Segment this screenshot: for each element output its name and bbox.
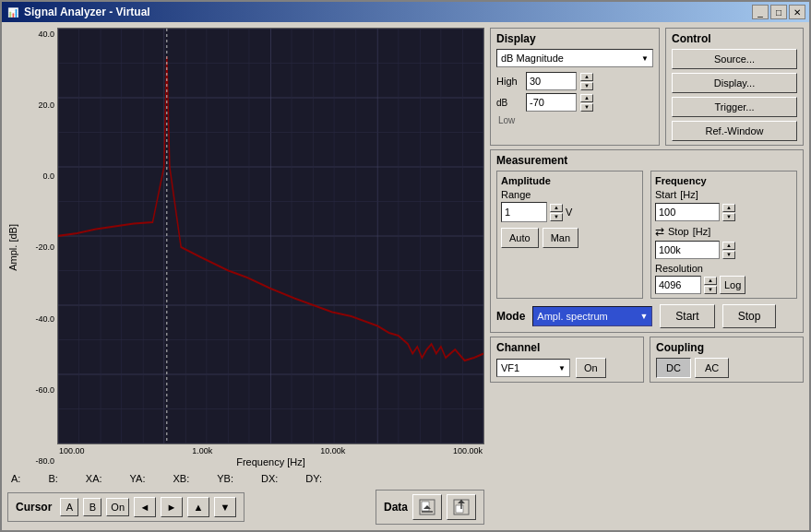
resolution-input[interactable]: [655, 276, 701, 294]
cursor-left-button[interactable]: ◄: [134, 497, 156, 517]
hz-label2: [Hz]: [693, 226, 711, 237]
control-buttons: Source... Display... Trigger... Ref.-Win…: [672, 49, 797, 141]
start-row: Start [Hz]: [655, 189, 793, 200]
low-spinner: ▲ ▼: [580, 94, 593, 112]
cursor-right-button[interactable]: ►: [161, 497, 183, 517]
range-label: Range: [501, 189, 638, 200]
y-label-2: 20.0: [38, 100, 54, 110]
low-spin-up[interactable]: ▲: [580, 94, 593, 102]
cursor-down-button[interactable]: ▼: [214, 497, 236, 517]
stop-button[interactable]: Stop: [722, 304, 777, 328]
cursor-a-button[interactable]: A: [60, 498, 78, 516]
coupling-label: Coupling: [656, 341, 797, 354]
cursor-xa: XA:: [86, 473, 102, 484]
mode-value: Ampl. spectrum: [537, 311, 607, 322]
cursor-on-button[interactable]: On: [106, 498, 129, 516]
chart-wrapper: Ampl. [dB] 40.0 20.0 0.0 -20.0 -40.0 -60…: [7, 28, 484, 467]
x-label-1: 100.00: [59, 446, 85, 455]
ac-button[interactable]: AC: [695, 358, 729, 378]
data-import-button[interactable]: [412, 494, 442, 520]
chart-plot: [57, 28, 484, 444]
start-freq-input[interactable]: [655, 203, 720, 221]
y-axis-title: Ampl. [dB]: [7, 224, 18, 271]
low-input[interactable]: [526, 93, 577, 112]
high-input[interactable]: [526, 72, 577, 90]
control-section: Control Source... Display... Trigger... …: [665, 28, 804, 146]
trigger-button[interactable]: Trigger...: [672, 97, 797, 117]
stop-row: ⇄ Stop [Hz]: [655, 225, 793, 238]
high-spin-down[interactable]: ▼: [580, 82, 593, 90]
right-panel: Display dB Magnitude ▼ High ▲: [490, 28, 804, 525]
channel-on-button[interactable]: On: [576, 358, 606, 378]
mode-dropdown[interactable]: Ampl. spectrum ▼: [532, 306, 652, 326]
display-button[interactable]: Display...: [672, 73, 797, 93]
cursor-data-row: A: B: XA: YA: XB: YB: DX: DY:: [7, 471, 484, 486]
coupling-row: DC AC: [656, 358, 797, 378]
display-section: Display dB Magnitude ▼ High ▲: [490, 28, 660, 146]
y-axis-title-container: Ampl. [dB]: [7, 28, 22, 467]
display-label: Display: [496, 32, 653, 45]
stop-spin-up[interactable]: ▲: [722, 242, 735, 250]
channel-dropdown[interactable]: VF1 ▼: [496, 359, 570, 377]
minimize-button[interactable]: _: [752, 5, 769, 19]
low-spin-down[interactable]: ▼: [580, 103, 593, 112]
dB-label: dB: [496, 98, 522, 108]
cursor-b-button[interactable]: B: [83, 498, 101, 516]
range-row: ▲ ▼ V: [501, 202, 638, 222]
app-icon: 📊: [6, 5, 20, 19]
high-spin-up[interactable]: ▲: [580, 73, 593, 81]
high-label: High: [496, 76, 522, 87]
start-spin-down[interactable]: ▼: [722, 213, 735, 221]
high-spinner: ▲ ▼: [580, 73, 593, 90]
source-button[interactable]: Source...: [672, 49, 797, 69]
data-label: Data: [384, 501, 408, 514]
main-content: Ampl. [dB] 40.0 20.0 0.0 -20.0 -40.0 -60…: [2, 22, 809, 530]
y-label-6: -60.0: [35, 385, 54, 395]
cursor-dx: DX:: [261, 473, 278, 484]
import-icon: [418, 498, 436, 516]
stop-freq-input[interactable]: [655, 241, 720, 259]
man-button[interactable]: Man: [543, 228, 578, 248]
resolution-label: Resolution: [655, 263, 793, 274]
cursor-b-label: B:: [48, 473, 57, 484]
cursor-dy: DY:: [305, 473, 322, 484]
stop-spin-down[interactable]: ▼: [722, 251, 735, 259]
amplitude-box: Amplitude Range ▲ ▼ V Auto Man: [496, 171, 643, 299]
res-spin-up[interactable]: ▲: [704, 277, 717, 285]
dc-button[interactable]: DC: [656, 358, 691, 378]
export-icon: [452, 498, 471, 516]
display-mode-value: dB Magnitude: [501, 53, 564, 64]
right-top: Display dB Magnitude ▼ High ▲: [490, 28, 804, 146]
data-export-button[interactable]: [447, 494, 476, 520]
range-spin-down[interactable]: ▼: [550, 213, 563, 221]
main-window: 📊 Signal Analyzer - Virtual _ □ ✕ Ampl. …: [0, 0, 811, 532]
chart-svg: [58, 29, 483, 443]
auto-man-row: Auto Man: [501, 228, 638, 248]
mode-label: Mode: [496, 310, 525, 323]
channel-value: VF1: [501, 362, 519, 373]
x-label-2: 1.00k: [192, 446, 212, 455]
refwindow-button[interactable]: Ref.-Window: [672, 121, 797, 141]
log-button[interactable]: Log: [720, 276, 745, 294]
measurement-label: Measurement: [496, 154, 797, 167]
start-button[interactable]: Start: [660, 304, 714, 328]
cursor-a-label: A:: [11, 473, 20, 484]
x-label-4: 100.00k: [453, 446, 483, 455]
cursor-ya: YA:: [130, 473, 146, 484]
data-section: Data: [376, 490, 484, 525]
range-spin-up[interactable]: ▲: [550, 204, 563, 212]
channel-section: Channel VF1 ▼ On: [490, 337, 644, 383]
cursor-up-button[interactable]: ▲: [187, 497, 209, 517]
close-button[interactable]: ✕: [789, 5, 805, 19]
stop-label: Stop: [668, 226, 689, 237]
y-label-4: -20.0: [35, 242, 54, 252]
res-spin-down[interactable]: ▼: [704, 286, 717, 294]
maximize-button[interactable]: □: [770, 5, 787, 19]
display-mode-dropdown[interactable]: dB Magnitude ▼: [496, 49, 653, 67]
auto-button[interactable]: Auto: [501, 228, 539, 248]
range-input[interactable]: [501, 202, 547, 222]
stop-spinner: ▲ ▼: [722, 242, 735, 259]
cursor-xb: XB:: [173, 473, 189, 484]
start-spin-up[interactable]: ▲: [722, 204, 735, 212]
bottom-right: Channel VF1 ▼ On Coupling DC AC: [490, 337, 804, 383]
